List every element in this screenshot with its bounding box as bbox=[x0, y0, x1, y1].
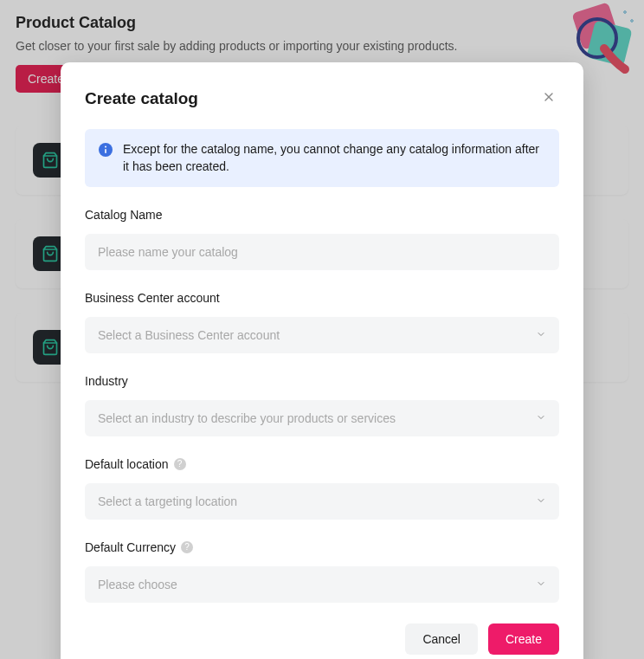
create-button[interactable]: Create bbox=[488, 623, 559, 655]
industry-select[interactable]: Select an industry to describe your prod… bbox=[85, 400, 559, 436]
modal-title: Create catalog bbox=[85, 89, 198, 108]
select-placeholder: Select a Business Center account bbox=[98, 328, 280, 342]
modal-overlay[interactable]: Create catalog Except for the catalog na… bbox=[0, 0, 644, 659]
close-icon bbox=[542, 90, 556, 104]
modal-header: Create catalog bbox=[85, 87, 559, 110]
select-placeholder: Select a targeting location bbox=[98, 494, 237, 508]
svg-rect-9 bbox=[105, 149, 106, 153]
bc-account-select[interactable]: Select a Business Center account bbox=[85, 317, 559, 353]
field-catalog-name: Catalog Name bbox=[85, 208, 559, 270]
create-catalog-modal: Create catalog Except for the catalog na… bbox=[61, 62, 583, 659]
chevron-down-icon bbox=[536, 411, 546, 425]
catalog-name-label: Catalog Name bbox=[85, 208, 559, 222]
bc-account-label: Business Center account bbox=[85, 291, 559, 305]
catalog-name-input[interactable] bbox=[85, 234, 559, 270]
svg-point-10 bbox=[105, 146, 106, 148]
default-currency-select[interactable]: Please choose bbox=[85, 566, 559, 603]
cancel-button[interactable]: Cancel bbox=[405, 623, 478, 655]
default-location-label: Default location ? bbox=[85, 457, 559, 471]
default-currency-label: Default Currency ? bbox=[85, 540, 559, 554]
chevron-down-icon bbox=[536, 328, 546, 342]
chevron-down-icon bbox=[536, 494, 546, 508]
close-button[interactable] bbox=[538, 87, 559, 110]
field-default-currency: Default Currency ? Please choose bbox=[85, 540, 559, 603]
select-placeholder: Please choose bbox=[98, 578, 177, 591]
field-default-location: Default location ? Select a targeting lo… bbox=[85, 457, 559, 520]
info-icon bbox=[99, 143, 113, 157]
default-location-select[interactable]: Select a targeting location bbox=[85, 483, 559, 520]
info-banner: Except for the catalog name, you cannot … bbox=[85, 129, 559, 187]
info-text: Except for the catalog name, you cannot … bbox=[123, 141, 545, 175]
chevron-down-icon bbox=[536, 578, 546, 591]
help-icon[interactable]: ? bbox=[181, 541, 193, 553]
field-bc-account: Business Center account Select a Busines… bbox=[85, 291, 559, 353]
select-placeholder: Select an industry to describe your prod… bbox=[98, 411, 396, 425]
industry-label: Industry bbox=[85, 374, 559, 388]
field-industry: Industry Select an industry to describe … bbox=[85, 374, 559, 436]
modal-footer: Cancel Create bbox=[85, 623, 559, 655]
help-icon[interactable]: ? bbox=[174, 458, 186, 470]
